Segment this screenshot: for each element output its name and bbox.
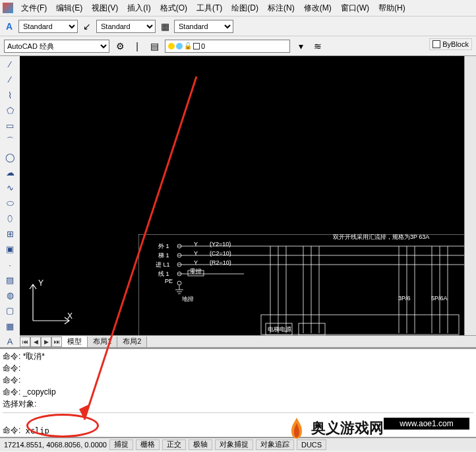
layer-color-icon	[193, 43, 200, 49]
menu-edit[interactable]: 编辑(E)	[52, 1, 86, 15]
tab-layout1[interactable]: 布局1	[88, 337, 117, 347]
hatch-tool[interactable]: ▨	[3, 274, 16, 286]
tab-layout2[interactable]: 布局2	[117, 337, 147, 347]
tablestyle-icon[interactable]: ▦	[158, 20, 171, 33]
menu-view[interactable]: 视图(V)	[88, 1, 122, 15]
scroll-first-icon[interactable]: ⏮	[20, 337, 30, 347]
electrical-drawing: 双开开线采用汇流排，规格为3P 63A 外 1 梯 1 进 L1 线 1 Y Y…	[138, 234, 476, 340]
v1-label: Y	[194, 241, 198, 247]
drawing-title: 双开开线采用汇流排，规格为3P 63A	[333, 233, 429, 242]
status-grid[interactable]: 栅格	[136, 439, 160, 450]
menu-bar: 文件(F) 编辑(E) 视图(V) 插入(I) 格式(O) 工具(T) 绘图(D…	[0, 0, 476, 16]
textstyle-icon[interactable]: A	[3, 20, 16, 33]
status-otrack[interactable]: 对象追踪	[256, 439, 294, 450]
status-snap[interactable]: 捕捉	[109, 439, 133, 450]
layer-manager-icon[interactable]: ▤	[148, 40, 161, 53]
menu-help[interactable]: 帮助(H)	[374, 1, 409, 15]
menu-file[interactable]: 文件(F)	[17, 1, 51, 15]
menu-modify[interactable]: 修改(M)	[300, 1, 336, 15]
tab-model[interactable]: 模型	[62, 337, 88, 347]
arc-tool[interactable]: ⌒	[3, 135, 16, 147]
ucs-x-label: X	[67, 311, 73, 321]
layer-lock-icon: 🔓	[184, 42, 192, 49]
cmd-line5: 选择对象:	[3, 398, 473, 410]
color-checkbox[interactable]	[432, 40, 440, 48]
workspace-select[interactable]: AutoCAD 经典	[4, 40, 109, 53]
row3-label: 进 L1	[156, 261, 170, 269]
ellipse-tool[interactable]: ⬭	[3, 197, 16, 209]
byblock-label: ByBlock	[442, 40, 469, 48]
polyline-tool[interactable]: ⌇	[3, 90, 16, 101]
cmd-line1: 命令: *取消*	[3, 350, 473, 362]
menu-dimension[interactable]: 标注(N)	[264, 1, 299, 15]
drawing-canvas[interactable]: Y X	[20, 56, 476, 347]
layer-states-icon[interactable]: ▾	[294, 40, 307, 53]
menu-window[interactable]: 窗口(W)	[337, 1, 373, 15]
region-tool[interactable]: ▢	[3, 305, 16, 316]
command-history: 命令: *取消* 命令: 命令: 命令: _copyclip 选择对象:	[0, 348, 476, 424]
status-ortho[interactable]: 正交	[162, 439, 186, 450]
scroll-prev-icon[interactable]: ◀	[30, 337, 41, 347]
status-osnap[interactable]: 对象捕捉	[215, 439, 253, 450]
row1-label: 外 1	[158, 242, 169, 251]
c2-label: (C2=10)	[210, 250, 231, 257]
ucs-icon: Y X	[26, 281, 73, 327]
line-tool[interactable]: ∕	[3, 59, 16, 70]
scroll-last-icon[interactable]: ⏭	[51, 337, 62, 347]
logo-text: 奥义游戏网	[311, 420, 384, 436]
row2-label: 梯 1	[158, 251, 169, 260]
dimstyle-icon[interactable]: ↙	[80, 20, 94, 33]
c3-label: (R2=10)	[210, 259, 231, 266]
layer-tools-icon[interactable]: ≋	[311, 40, 324, 53]
svg-rect-0	[138, 234, 476, 340]
circle-tool[interactable]: ◯	[3, 151, 16, 162]
status-ducs[interactable]: DUCS	[297, 439, 326, 450]
point-tool[interactable]: ·	[3, 259, 16, 270]
xline-tool[interactable]: ∕	[3, 74, 16, 85]
revcloud-tool[interactable]: ☁	[3, 167, 16, 178]
svg-rect-18	[299, 323, 325, 335]
tablestyle-select[interactable]: Standard	[174, 20, 233, 33]
lbl3: 5P/6A	[431, 295, 448, 302]
lbl2: 3P/6	[398, 295, 411, 302]
svg-point-9	[177, 281, 181, 285]
toolbar-separator: |	[131, 40, 144, 53]
v3-label: Y	[194, 259, 198, 266]
menu-draw[interactable]: 绘图(D)	[227, 1, 262, 15]
horizontal-scrollbar[interactable]: ⏮ ◀ ▶ ⏭ 模型 布局1 布局2	[20, 335, 476, 347]
color-byblock[interactable]: ByBlock	[429, 38, 472, 50]
ucs-y-label: Y	[38, 278, 44, 288]
table-tool[interactable]: ▦	[3, 321, 16, 332]
dx-label: 地排	[182, 295, 194, 304]
spline-tool[interactable]: ∿	[3, 182, 16, 193]
gradient-tool[interactable]: ◍	[3, 290, 16, 301]
dimstyle-select[interactable]: Standard	[96, 20, 156, 33]
style-toolbar: A Standard ↙ Standard ▦ Standard	[0, 16, 476, 36]
textstyle-select[interactable]: Standard	[18, 20, 78, 33]
workspace-settings-icon[interactable]: ⚙	[113, 40, 127, 53]
logo-url: www.aoe1.com	[384, 418, 469, 430]
layer-select[interactable]: 🔓 0	[165, 40, 290, 53]
watermark-logo: 奥义游戏网 www.aoe1.com	[285, 416, 469, 440]
rectangle-tool[interactable]: ▭	[3, 120, 16, 131]
flame-icon	[285, 416, 309, 440]
gnd-label: 零排	[190, 267, 202, 276]
draw-toolbar: ∕ ∕ ⌇ ⬠ ▭ ⌒ ◯ ☁ ∿ ⬭ ⬯ ⊞ ▣ · ▨ ◍ ▢ ▦ A	[0, 56, 20, 347]
ellipsearc-tool[interactable]: ⬯	[3, 213, 16, 224]
box1-label: 电梯电源	[268, 325, 291, 334]
menu-format[interactable]: 格式(O)	[156, 1, 191, 15]
status-polar[interactable]: 极轴	[189, 439, 212, 450]
menu-tools[interactable]: 工具(T)	[193, 1, 226, 15]
insert-tool[interactable]: ⊞	[3, 228, 16, 240]
polygon-tool[interactable]: ⬠	[3, 105, 16, 116]
status-coords: 17214.8551, 4068.8056, 0.0000	[4, 441, 107, 449]
main-area: ∕ ∕ ⌇ ⬠ ▭ ⌒ ◯ ☁ ∿ ⬭ ⬯ ⊞ ▣ · ▨ ◍ ▢ ▦ A Y …	[0, 55, 476, 348]
cmd-line3: 命令:	[3, 374, 473, 386]
mtext-tool[interactable]: A	[3, 336, 16, 347]
scroll-next-icon[interactable]: ▶	[41, 337, 51, 347]
command-input[interactable]	[26, 426, 105, 436]
menu-insert[interactable]: 插入(I)	[123, 1, 154, 15]
layer-freeze-icon	[176, 43, 183, 49]
vertical-scrollbar[interactable]	[464, 56, 476, 347]
block-tool[interactable]: ▣	[3, 243, 16, 255]
